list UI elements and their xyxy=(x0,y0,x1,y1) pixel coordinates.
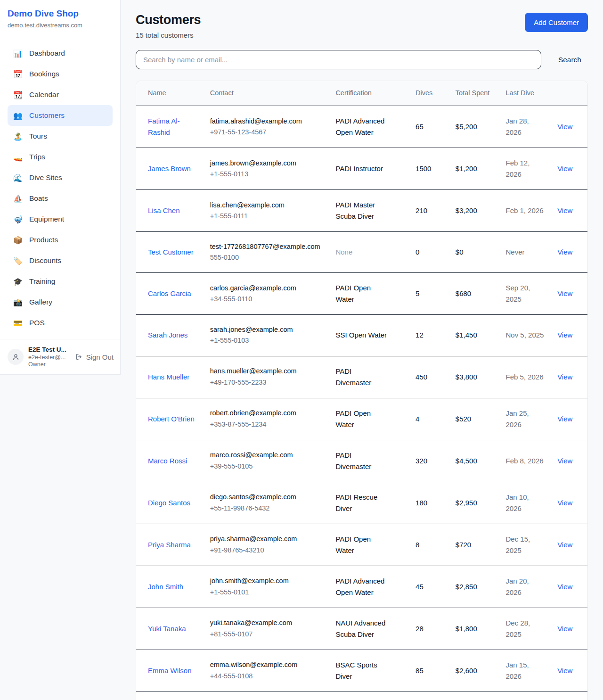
customer-name-link[interactable]: John Smith xyxy=(148,583,183,591)
customer-phone: +971-55-123-4567 xyxy=(210,127,325,138)
customer-name-link[interactable]: Diego Santos xyxy=(148,499,190,507)
customer-contact-cell: keiko.yamamoto@example.com+81-90-1234-56… xyxy=(204,692,330,700)
customer-name-link[interactable]: Hans Mueller xyxy=(148,373,189,381)
sidebar-item-calendar[interactable]: 📆Calendar xyxy=(8,84,113,105)
sign-out-button[interactable]: Sign Out xyxy=(75,353,114,361)
sidebar-item-trips[interactable]: 🚤Trips xyxy=(8,147,113,167)
customer-dives: 4 xyxy=(410,398,450,440)
view-customer-link[interactable]: View xyxy=(557,331,572,339)
customer-last-dive: Dec 15, 2025 xyxy=(500,524,552,566)
view-customer-link[interactable]: View xyxy=(557,289,572,297)
table-row: Keiko Yamamotokeiko.yamamoto@example.com… xyxy=(136,692,587,700)
customer-email: emma.wilson@example.com xyxy=(210,659,325,670)
view-customer-link[interactable]: View xyxy=(557,541,572,549)
customer-dives: 180 xyxy=(410,482,450,524)
customer-name-link[interactable]: Emma Wilson xyxy=(148,667,192,675)
bar-chart-icon: 📊 xyxy=(13,49,23,58)
customer-last-dive: Sep 20, 2025 xyxy=(500,273,552,315)
customer-certification: SSI Open Water xyxy=(330,315,410,356)
sidebar-item-label: Equipment xyxy=(29,215,64,223)
sidebar-item-customers[interactable]: 👥Customers xyxy=(8,105,113,126)
customer-email: james.brown@example.com xyxy=(210,158,325,169)
view-customer-link[interactable]: View xyxy=(557,499,572,507)
customer-certification: PADI Divemaster xyxy=(330,356,410,398)
tear-off-calendar-icon: 📆 xyxy=(13,91,23,99)
user-role: Owner xyxy=(28,361,66,368)
sidebar-item-tours[interactable]: 🏝️Tours xyxy=(8,126,113,147)
sidebar-item-bookings[interactable]: 📅Bookings xyxy=(8,64,113,84)
customer-action-cell: View xyxy=(552,106,587,148)
customer-total-spent: $2,600 xyxy=(450,650,500,692)
column-header-dives: Dives xyxy=(410,81,450,106)
customer-email: carlos.garcia@example.com xyxy=(210,283,325,294)
wave-icon: 🌊 xyxy=(13,173,23,182)
sidebar-nav: 📊Dashboard📅Bookings📆Calendar👥Customers🏝️… xyxy=(0,37,120,339)
search-button[interactable]: Search xyxy=(552,52,588,68)
customer-name-link[interactable]: Robert O'Brien xyxy=(148,415,195,423)
sidebar-header: Demo Dive Shop demo.test.divestreams.com xyxy=(0,0,120,37)
customer-contact-cell: emma.wilson@example.com+44-555-0108 xyxy=(204,650,330,692)
customer-name-link[interactable]: Fatima Al-Rashid xyxy=(148,117,180,136)
view-customer-link[interactable]: View xyxy=(557,206,572,214)
customer-contact-cell: marco.rossi@example.com+39-555-0105 xyxy=(204,440,330,482)
view-customer-link[interactable]: View xyxy=(557,625,572,633)
sidebar-item-boats[interactable]: ⛵Boats xyxy=(8,188,113,209)
sidebar-item-dive-sites[interactable]: 🌊Dive Sites xyxy=(8,167,113,188)
customer-contact-cell: fatima.alrashid@example.com+971-55-123-4… xyxy=(204,106,330,148)
customer-name-link[interactable]: Priya Sharma xyxy=(148,541,191,549)
sidebar-user-section: E2E Test U... e2e-tester@... Owner Sign … xyxy=(0,339,120,374)
customer-action-cell: View xyxy=(552,356,587,398)
sidebar-item-dashboard[interactable]: 📊Dashboard xyxy=(8,43,113,64)
sidebar-item-pos[interactable]: 💳POS xyxy=(8,313,113,333)
customer-name-link[interactable]: Yuki Tanaka xyxy=(148,625,186,633)
add-customer-button[interactable]: Add Customer xyxy=(525,13,588,32)
customer-name-cell: Test Customer xyxy=(136,231,204,272)
customer-name-cell: Lisa Chen xyxy=(136,189,204,231)
view-customer-link[interactable]: View xyxy=(557,248,572,256)
sidebar-item-gallery[interactable]: 📸Gallery xyxy=(8,292,113,313)
view-customer-link[interactable]: View xyxy=(557,415,572,423)
customer-phone: +91-98765-43210 xyxy=(210,545,325,556)
table-head: NameContactCertificationDivesTotal Spent… xyxy=(136,81,587,106)
sidebar-item-equipment[interactable]: 🤿Equipment xyxy=(8,209,113,230)
view-customer-link[interactable]: View xyxy=(557,123,572,131)
page-title-block: Customers 15 total customers xyxy=(136,13,201,39)
customer-email: test-1772681807767@example.com xyxy=(210,241,325,252)
sidebar-item-products[interactable]: 📦Products xyxy=(8,230,113,250)
search-input[interactable] xyxy=(136,50,541,69)
view-customer-link[interactable]: View xyxy=(557,667,572,675)
customer-total-spent: $520 xyxy=(450,398,500,440)
sidebar-item-training[interactable]: 🎓Training xyxy=(8,271,113,292)
diving-mask-icon: 🤿 xyxy=(13,215,23,224)
customer-email: sarah.jones@example.com xyxy=(210,324,325,335)
customer-name-cell: Keiko Yamamoto xyxy=(136,692,204,700)
customer-name-cell: John Smith xyxy=(136,566,204,608)
customer-name-link[interactable]: James Brown xyxy=(148,165,191,173)
customer-action-cell: View xyxy=(552,440,587,482)
sidebar-item-label: Trips xyxy=(29,153,45,161)
view-customer-link[interactable]: View xyxy=(557,165,572,173)
customer-email: hans.mueller@example.com xyxy=(210,366,325,377)
customer-contact-cell: yuki.tanaka@example.com+81-555-0107 xyxy=(204,608,330,650)
customer-certification: BSAC Sports Diver xyxy=(330,650,410,692)
camera-flash-icon: 📸 xyxy=(13,298,23,307)
customer-action-cell: View xyxy=(552,692,587,700)
customer-name-cell: Robert O'Brien xyxy=(136,398,204,440)
view-customer-link[interactable]: View xyxy=(557,457,572,465)
customer-action-cell: View xyxy=(552,524,587,566)
sidebar-item-discounts[interactable]: 🏷️Discounts xyxy=(8,250,113,271)
customer-name-link[interactable]: Sarah Jones xyxy=(148,331,187,339)
user-name: E2E Test U... xyxy=(28,346,66,353)
customer-certification: None xyxy=(330,231,410,272)
customer-certification: PADI Divemaster xyxy=(330,440,410,482)
view-customer-link[interactable]: View xyxy=(557,373,572,381)
view-customer-link[interactable]: View xyxy=(557,583,572,591)
customer-name-link[interactable]: Test Customer xyxy=(148,248,194,256)
customer-phone: +44-555-0108 xyxy=(210,671,325,682)
customer-name-link[interactable]: Carlos Garcia xyxy=(148,289,191,297)
customer-name-link[interactable]: Marco Rossi xyxy=(148,457,187,465)
customer-last-dive: Feb 1, 2026 xyxy=(500,189,552,231)
customer-last-dive: Jan 10, 2026 xyxy=(500,482,552,524)
customer-name-link[interactable]: Lisa Chen xyxy=(148,206,180,214)
app-title[interactable]: Demo Dive Shop xyxy=(8,8,113,19)
